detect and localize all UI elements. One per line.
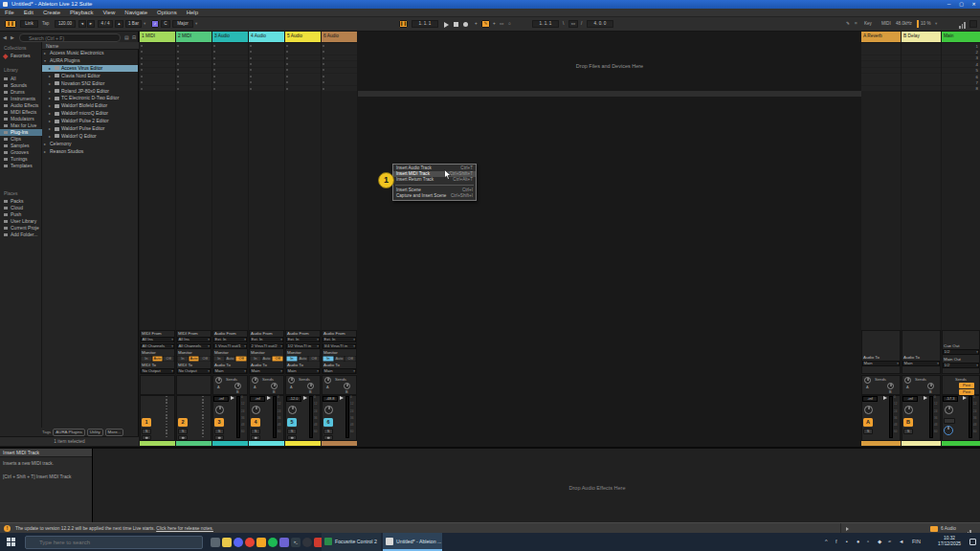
- clip-slot[interactable]: [322, 79, 357, 85]
- monitor-auto-button[interactable]: Auto: [334, 356, 345, 362]
- tray-icon-2[interactable]: ▪: [846, 539, 848, 545]
- clip-slot[interactable]: [285, 79, 321, 85]
- volume-value[interactable]: -inf: [213, 396, 229, 402]
- scene-slot[interactable]: 1: [942, 43, 980, 49]
- send-b-knob[interactable]: [234, 383, 241, 389]
- browser-forward-icon[interactable]: ▶: [11, 33, 14, 41]
- menu-item-create[interactable]: Create: [38, 9, 65, 16]
- tray-icon-7[interactable]: ◄: [899, 539, 903, 545]
- volume-slider-handle[interactable]: [303, 396, 307, 400]
- clip-slot[interactable]: [212, 79, 248, 85]
- pan-knob[interactable]: [252, 406, 260, 414]
- output-chooser[interactable]: Main▾: [250, 368, 283, 374]
- monitor-auto-button[interactable]: Auto: [152, 356, 164, 362]
- browser-item-waldorf-microq-editor[interactable]: ▸Waldorf microQ Editor: [42, 110, 138, 118]
- capture-midi-button[interactable]: ▭: [500, 20, 503, 28]
- scene-drop-strip[interactable]: [358, 91, 861, 97]
- menu-item-help[interactable]: Help: [182, 9, 203, 16]
- clip-slot[interactable]: [249, 55, 284, 61]
- clip-slot[interactable]: [140, 61, 175, 67]
- clip-slot[interactable]: [176, 55, 212, 61]
- track-header-4-audio[interactable]: 4 Audio: [249, 32, 284, 42]
- volume-slider-handle[interactable]: [267, 396, 271, 400]
- scene-slot[interactable]: 5: [942, 68, 980, 74]
- browser-item-waldorf-blofeld-editor[interactable]: ▸Waldorf Blofeld Editor: [42, 102, 138, 110]
- solo-button[interactable]: S: [251, 429, 260, 434]
- track-header-main[interactable]: Main: [942, 32, 980, 42]
- clip-slot[interactable]: [212, 74, 248, 79]
- monitor-off-button[interactable]: Off: [199, 356, 211, 362]
- track-header-3-audio[interactable]: 3 Audio: [212, 32, 248, 42]
- arm-button[interactable]: [142, 435, 151, 440]
- clip-slot[interactable]: [249, 68, 284, 74]
- vscode-icon[interactable]: [279, 538, 289, 547]
- clip-slot[interactable]: [902, 68, 941, 74]
- solo-button[interactable]: S: [287, 429, 297, 434]
- clip-slot[interactable]: [249, 79, 284, 85]
- clip-slot[interactable]: [322, 43, 357, 49]
- monitor-auto-button[interactable]: Auto: [225, 356, 236, 362]
- sidebar-item-cloud[interactable]: Cloud: [0, 205, 42, 211]
- scale-icon[interactable]: ♪: [151, 20, 159, 28]
- clip-slot[interactable]: [902, 61, 941, 67]
- volume-value[interactable]: -57.3: [943, 396, 958, 402]
- return-activator[interactable]: B: [903, 418, 913, 427]
- sidebar-item-drums[interactable]: Drums: [0, 89, 42, 96]
- monitor-in-button[interactable]: In: [250, 356, 261, 362]
- pan-knob[interactable]: [864, 406, 873, 414]
- context-menu-item-capture-and-insert-scene[interactable]: Capture and Insert SceneCtrl+Shift+I: [393, 193, 476, 199]
- nudge-up-button[interactable]: ▸: [87, 20, 95, 28]
- taskbar-window-untitled-ableton[interactable]: Untitled* - Ableton ...: [383, 533, 442, 551]
- quantize-dropdown-icon[interactable]: ▾: [144, 20, 145, 28]
- menu-item-file[interactable]: File: [0, 9, 19, 16]
- output-chooser[interactable]: No Output▾: [141, 368, 174, 374]
- menu-item-edit[interactable]: Edit: [19, 9, 38, 16]
- track-activator[interactable]: 4: [251, 418, 260, 427]
- sidebar-item-all[interactable]: All: [0, 76, 42, 82]
- sidebar-item-packs[interactable]: Packs: [0, 198, 42, 205]
- track-activator[interactable]: 3: [214, 418, 224, 427]
- pan-knob[interactable]: [904, 406, 913, 414]
- track-activator[interactable]: 5: [287, 418, 297, 427]
- clip-slot[interactable]: [285, 68, 321, 74]
- follow-button[interactable]: ❚❚: [5, 20, 16, 28]
- input-type-chooser[interactable]: Ext. In▾: [250, 337, 283, 342]
- tray-icon-6[interactable]: ≈: [888, 539, 891, 545]
- app-gray-icon[interactable]: [211, 538, 220, 547]
- return-activator[interactable]: A: [863, 418, 873, 427]
- clip-slot[interactable]: [861, 86, 901, 92]
- start-button[interactable]: [7, 538, 15, 546]
- action-center-icon[interactable]: [969, 539, 976, 545]
- pan-knob[interactable]: [288, 406, 297, 414]
- input-type-chooser[interactable]: Ext. In▾: [323, 337, 356, 342]
- input-type-chooser[interactable]: Ext. In▾: [286, 337, 320, 342]
- midi-map-button[interactable]: MIDI: [881, 20, 891, 28]
- output-chooser[interactable]: Main▾: [902, 361, 940, 366]
- tray-icon-1[interactable]: f: [835, 539, 837, 545]
- chrome-icon[interactable]: [245, 538, 255, 547]
- clip-slot[interactable]: [249, 61, 284, 67]
- chevron-right-icon[interactable]: ▸: [44, 141, 46, 148]
- input-type-chooser[interactable]: All Ins▾: [141, 337, 174, 342]
- record-button[interactable]: [463, 22, 468, 27]
- output-chooser[interactable]: Main▾: [286, 368, 320, 374]
- clip-slot[interactable]: [861, 55, 901, 61]
- browser-item-clavia-nord-editor[interactable]: ▸Clavia Nord Editor: [42, 73, 138, 80]
- browser-item-waldorf-pulse-editor[interactable]: ▸Waldorf Pulse Editor: [42, 125, 138, 133]
- sidebar-item-templates[interactable]: Templates: [0, 163, 42, 169]
- pan-knob[interactable]: [945, 406, 953, 414]
- monitor-off-button[interactable]: Off: [308, 356, 320, 362]
- send-a-knob[interactable]: [288, 377, 295, 384]
- clip-slot[interactable]: [285, 74, 321, 79]
- link-button[interactable]: Link: [20, 20, 38, 28]
- monitor-in-button[interactable]: In: [286, 356, 298, 362]
- clip-slot[interactable]: [140, 86, 175, 92]
- arm-button[interactable]: [323, 435, 333, 440]
- arm-button[interactable]: [214, 435, 224, 440]
- taskbar-search-input[interactable]: [25, 536, 203, 549]
- input-channel-chooser[interactable]: 2 VirusTI out/2▾: [250, 343, 283, 349]
- send-b-knob[interactable]: [927, 383, 934, 389]
- tempo-field[interactable]: 120.00: [55, 20, 76, 28]
- monitor-off-button[interactable]: Off: [163, 356, 174, 362]
- input-channel-chooser[interactable]: All Channels▾: [141, 343, 174, 349]
